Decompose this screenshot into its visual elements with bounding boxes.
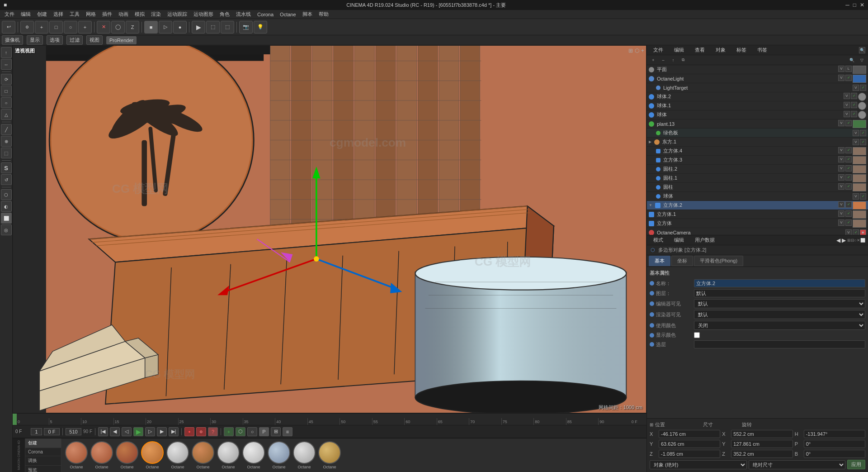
obj-row-sphere[interactable]: 球体 V ✓ xyxy=(647,110,868,119)
view-sub-btn[interactable]: 视图 xyxy=(86,35,103,45)
obj-row-sphere1[interactable]: 球体.1 V ✓ xyxy=(647,101,868,110)
attr-nav-left[interactable]: ◀ xyxy=(836,237,840,243)
obj-flag-check-c4[interactable]: ✓ xyxy=(845,147,852,153)
obj-flag-v-p13[interactable]: V xyxy=(838,120,844,126)
menu-create[interactable]: 创建 xyxy=(34,10,50,19)
curve-btn[interactable]: ≡ xyxy=(283,427,292,436)
obj-flag-v-ol[interactable]: V xyxy=(838,75,844,81)
material-item-2[interactable]: Octane xyxy=(116,441,138,469)
obj-flag-v-s1[interactable]: V xyxy=(844,102,850,108)
menu-motion-track[interactable]: 运动跟踪 xyxy=(165,10,190,19)
menu-script[interactable]: 脚本 xyxy=(300,10,315,19)
tri-btn[interactable]: ▷ xyxy=(159,21,172,33)
material-item-8[interactable]: Octane xyxy=(268,441,290,469)
coord-z-pos[interactable] xyxy=(659,450,720,458)
obj-flag-check-s[interactable]: ✓ xyxy=(851,111,857,117)
material-item-6[interactable]: Octane xyxy=(217,441,240,469)
obj-row-cyl1[interactable]: 圆柱.1 V ✓ xyxy=(647,174,868,183)
draw-line-btn[interactable]: ╱ xyxy=(1,124,12,135)
obj-flag-v-e1[interactable]: V xyxy=(853,139,859,145)
hex-btn[interactable]: ⬡ xyxy=(1,189,12,200)
render-region-btn[interactable]: ⬚ xyxy=(206,21,220,33)
coord-p-rot[interactable] xyxy=(804,440,865,448)
obj-tab-edit[interactable]: 编辑 xyxy=(670,46,688,54)
material-item-3[interactable]: Octane xyxy=(141,441,164,469)
obj-flag-check-c1[interactable]: ✓ xyxy=(845,210,852,217)
menu-mograph[interactable]: 运动图形 xyxy=(191,10,216,19)
obj-row-plant[interactable]: plant.13 V ✓ xyxy=(647,119,868,129)
obj-flag-check-e1[interactable]: ✓ xyxy=(860,139,866,145)
obj-flag-check-c2[interactable]: ✓ xyxy=(845,201,852,208)
new-btn[interactable]: + xyxy=(78,21,92,33)
s-tool-btn[interactable]: S xyxy=(1,162,12,173)
obj-flag-v-s[interactable]: V xyxy=(844,111,850,117)
obj-del-btn[interactable]: – xyxy=(659,56,668,64)
material-item-10[interactable]: Octane xyxy=(318,441,341,469)
obj-flag-v-sn[interactable]: V xyxy=(853,193,859,200)
cube2-btn[interactable]: ■ xyxy=(144,21,158,33)
obj-row-plane[interactable]: 平面 V L xyxy=(647,65,868,74)
scale-tool-btn[interactable]: ↔ xyxy=(1,59,12,70)
obj-row-lighttarget[interactable]: LightTarget V ✓ xyxy=(647,83,868,92)
attr-tab-userdata[interactable]: 用户数据 xyxy=(691,236,718,244)
obj-row-east1[interactable]: ▶ 东方.1 V ✓ xyxy=(647,138,868,147)
obj-row-cyl2[interactable]: 圆柱.2 V ✓ xyxy=(647,165,868,174)
minimize-btn[interactable]: ─ xyxy=(845,2,849,8)
play-btn[interactable]: ▶ xyxy=(133,427,143,436)
cmd-palette-btn[interactable]: ⚙ xyxy=(20,21,34,33)
obj-flag-v-gb[interactable]: V xyxy=(853,130,859,136)
coord-mode-select[interactable]: 对象 (绝对) 世界 (绝对) xyxy=(650,460,747,469)
obj-flag-v-c2[interactable]: V xyxy=(838,201,844,208)
coord-b-rot[interactable] xyxy=(804,450,865,458)
paint-btn[interactable]: ⬚ xyxy=(1,148,12,158)
obj-flag-v-cy[interactable]: V xyxy=(838,183,844,190)
dot-btn[interactable]: ● xyxy=(173,21,187,33)
menu-character[interactable]: 角色 xyxy=(217,10,232,19)
clear-key-btn[interactable]: ○ xyxy=(247,427,257,436)
mat-tab-corona[interactable]: Corona xyxy=(25,448,61,456)
mat-tab-preview[interactable]: 预览 xyxy=(25,466,61,472)
attr-select-rv[interactable]: 默认 开启 关闭 xyxy=(694,310,865,319)
cube-btn[interactable]: □ xyxy=(49,21,63,33)
menu-octane[interactable]: Octane xyxy=(277,11,298,18)
material-item-0[interactable]: Octane xyxy=(65,441,88,469)
circle-btn[interactable]: ◯ xyxy=(111,21,125,33)
obj-flag-v-cy2[interactable]: V xyxy=(838,165,844,172)
grid-btn[interactable]: ⊞ xyxy=(271,427,281,436)
menu-corona[interactable]: Corona xyxy=(255,11,276,18)
coord-z-size[interactable] xyxy=(731,450,793,458)
obj-flag-check-c[interactable]: ✓ xyxy=(845,219,852,226)
obj-row-cube2[interactable]: ▼ 立方体.2 V ✓ xyxy=(647,201,868,210)
obj-tab-view[interactable]: 查看 xyxy=(691,46,708,54)
menu-animate[interactable]: 动画 xyxy=(116,10,131,19)
coord-x-pos[interactable] xyxy=(659,430,720,438)
menu-plugins[interactable]: 插件 xyxy=(99,10,115,19)
octane-pbtn[interactable]: P xyxy=(259,427,269,436)
options-sub-btn[interactable]: 选项 xyxy=(47,35,63,45)
mat-tab-swap[interactable]: 调换 xyxy=(25,456,61,466)
attr-nav-right[interactable]: ▶ xyxy=(842,237,846,243)
obj-row-greenboard[interactable]: 绿色板 V ✓ xyxy=(647,129,868,138)
mat-tab-create[interactable]: 创建 xyxy=(25,439,61,448)
filter-sub-btn[interactable]: 过滤 xyxy=(66,35,83,45)
obj-flag-check-s1[interactable]: ✓ xyxy=(851,102,857,108)
attr-tab-basic[interactable]: 基本 xyxy=(649,256,670,266)
obj-flag-v-plane[interactable]: V xyxy=(838,66,844,72)
move-tool-btn[interactable]: ↑ xyxy=(1,47,12,58)
obj-search-btn[interactable]: 🔍 xyxy=(847,56,856,64)
next-frame-btn[interactable]: ▷ xyxy=(145,427,155,436)
next-key-btn[interactable]: ▶ xyxy=(157,427,167,436)
obj-tab-object[interactable]: 对象 xyxy=(712,46,729,54)
camera-btn[interactable]: 📷 xyxy=(239,21,253,33)
sphere-btn[interactable]: ○ xyxy=(64,21,77,33)
obj-move-btn[interactable]: ↑ xyxy=(669,56,678,64)
obj-flag-check-p13[interactable]: ✓ xyxy=(845,120,852,126)
attr-field-sl[interactable] xyxy=(694,340,865,348)
rotate-tool-btn[interactable]: ⟳ xyxy=(1,74,12,85)
undo2-btn[interactable]: ↺ xyxy=(1,174,12,185)
obj-flag-check-sn[interactable]: ✓ xyxy=(860,193,866,200)
coord-y-size[interactable] xyxy=(731,440,793,448)
material-item-5[interactable]: Octane xyxy=(192,441,214,469)
obj-row-octanecam[interactable]: OctaneCamera V ✓ ■ xyxy=(647,228,868,235)
select-circle-btn[interactable]: ○ xyxy=(1,97,12,108)
